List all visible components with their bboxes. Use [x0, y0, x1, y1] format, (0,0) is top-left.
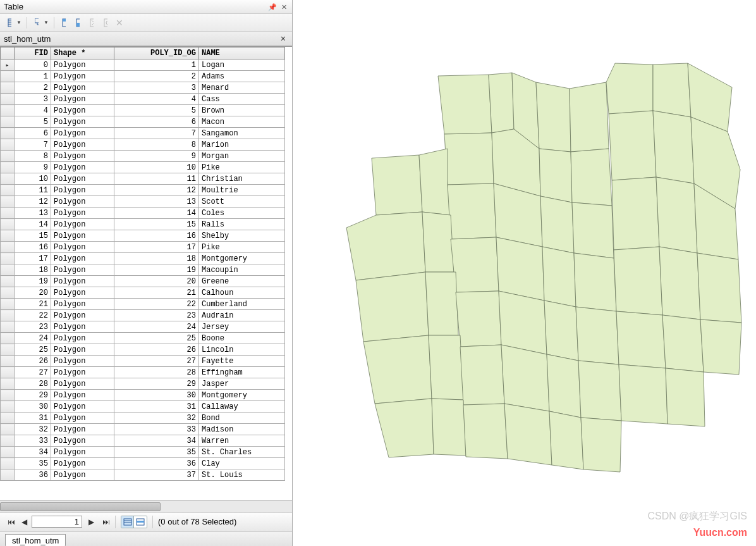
cell-poly[interactable]: 30 — [114, 390, 199, 401]
cell-name[interactable]: Effingham — [199, 367, 285, 378]
table-row[interactable]: 30Polygon31Callaway — [1, 401, 285, 413]
cell-name[interactable]: Christian — [199, 173, 285, 185]
cell-fid[interactable]: 13 — [15, 208, 51, 219]
row-selector[interactable] — [1, 321, 15, 333]
related-tables-icon[interactable] — [31, 17, 42, 28]
table-row[interactable]: 31Polygon32Bond — [1, 413, 285, 424]
cell-poly[interactable]: 24 — [114, 321, 199, 333]
cell-poly[interactable]: 19 — [114, 264, 199, 276]
cell-fid[interactable]: 24 — [15, 333, 51, 344]
cell-shape[interactable]: Polygon — [51, 185, 114, 196]
cell-poly[interactable]: 6 — [114, 116, 199, 128]
table-row[interactable]: 25Polygon26Lincoln — [1, 344, 285, 356]
table-row[interactable]: 6Polygon7Sangamon — [1, 128, 285, 139]
cell-fid[interactable]: 8 — [15, 151, 51, 162]
cell-poly[interactable]: 1 — [114, 59, 199, 71]
cell-name[interactable]: Brown — [199, 105, 285, 116]
cell-poly[interactable]: 29 — [114, 378, 199, 390]
first-record-button[interactable]: ⏮ — [4, 516, 15, 528]
cell-name[interactable]: Cumberland — [199, 299, 285, 310]
table-row[interactable]: 16Polygon17Pike — [1, 242, 285, 253]
table-row[interactable]: 29Polygon30Montgomery — [1, 390, 285, 401]
row-selector[interactable] — [1, 413, 15, 424]
cell-poly[interactable]: 5 — [114, 105, 199, 116]
cell-fid[interactable]: 4 — [15, 105, 51, 116]
cell-poly[interactable]: 27 — [114, 356, 199, 367]
cell-fid[interactable]: 29 — [15, 390, 51, 401]
cell-poly[interactable]: 22 — [114, 299, 199, 310]
cell-shape[interactable]: Polygon — [51, 230, 114, 242]
cell-poly[interactable]: 9 — [114, 151, 199, 162]
cell-name[interactable]: Montgomery — [199, 253, 285, 264]
row-selector[interactable] — [1, 390, 15, 401]
cell-shape[interactable]: Polygon — [51, 208, 114, 219]
column-header-fid[interactable]: FID — [15, 47, 51, 59]
clear-selection-icon[interactable] — [86, 17, 97, 28]
cell-poly[interactable]: 14 — [114, 208, 199, 219]
cell-poly[interactable]: 18 — [114, 253, 199, 264]
row-selector[interactable] — [1, 287, 15, 299]
row-selector[interactable] — [1, 424, 15, 435]
cell-name[interactable]: Fayette — [199, 356, 285, 367]
table-row[interactable]: 35Polygon36Clay — [1, 458, 285, 469]
column-header-shape[interactable]: Shape * — [51, 47, 114, 59]
cell-name[interactable]: Ralls — [199, 219, 285, 230]
cell-shape[interactable]: Polygon — [51, 71, 114, 82]
cell-poly[interactable]: 32 — [114, 413, 199, 424]
table-row[interactable]: 19Polygon20Greene — [1, 276, 285, 287]
map-view[interactable]: Yuucn.com CSDN @疯狂学习GIS — [293, 0, 756, 546]
show-all-records-icon[interactable] — [121, 516, 134, 528]
cell-shape[interactable]: Polygon — [51, 333, 114, 344]
cell-poly[interactable]: 2 — [114, 71, 199, 82]
cell-fid[interactable]: 17 — [15, 253, 51, 264]
table-row[interactable]: 34Polygon35St. Charles — [1, 447, 285, 458]
show-selected-records-icon[interactable] — [134, 516, 147, 528]
cell-shape[interactable]: Polygon — [51, 287, 114, 299]
table-row[interactable]: 20Polygon21Calhoun — [1, 287, 285, 299]
cell-name[interactable]: Montgomery — [199, 390, 285, 401]
row-selector[interactable] — [1, 367, 15, 378]
table-row[interactable]: 9Polygon10Pike — [1, 162, 285, 173]
cell-shape[interactable]: Polygon — [51, 139, 114, 151]
cell-shape[interactable]: Polygon — [51, 59, 114, 71]
cell-name[interactable]: Sangamon — [199, 128, 285, 139]
cell-fid[interactable]: 27 — [15, 367, 51, 378]
row-selector[interactable] — [1, 264, 15, 276]
row-selector[interactable] — [1, 276, 15, 287]
table-row[interactable]: 27Polygon28Effingham — [1, 367, 285, 378]
cell-shape[interactable]: Polygon — [51, 94, 114, 105]
cell-name[interactable]: Bond — [199, 413, 285, 424]
cell-poly[interactable]: 11 — [114, 173, 199, 185]
close-panel-icon[interactable]: ✕ — [279, 3, 288, 11]
row-selector[interactable] — [1, 139, 15, 151]
table-row[interactable]: 1Polygon2Adams — [1, 71, 285, 82]
cell-name[interactable]: Logan — [199, 59, 285, 71]
cell-shape[interactable]: Polygon — [51, 310, 114, 321]
cell-shape[interactable]: Polygon — [51, 276, 114, 287]
cell-fid[interactable]: 11 — [15, 185, 51, 196]
switch-selection-icon[interactable] — [72, 17, 83, 28]
table-row[interactable]: 5Polygon6Macon — [1, 116, 285, 128]
cell-name[interactable]: Moultrie — [199, 185, 285, 196]
last-record-button[interactable]: ⏭ — [99, 516, 110, 528]
dropdown-icon[interactable]: ▼ — [44, 20, 49, 25]
cell-shape[interactable]: Polygon — [51, 219, 114, 230]
table-row[interactable]: 15Polygon16Shelby — [1, 230, 285, 242]
cell-fid[interactable]: 14 — [15, 219, 51, 230]
cell-shape[interactable]: Polygon — [51, 173, 114, 185]
row-selector[interactable] — [1, 219, 15, 230]
cell-name[interactable]: Cass — [199, 94, 285, 105]
table-row[interactable]: 3Polygon4Cass — [1, 94, 285, 105]
cell-shape[interactable]: Polygon — [51, 390, 114, 401]
table-row[interactable]: 7Polygon8Marion — [1, 139, 285, 151]
cell-poly[interactable]: 13 — [114, 196, 199, 208]
table-row[interactable]: 17Polygon18Montgomery — [1, 253, 285, 264]
cell-name[interactable]: Shelby — [199, 230, 285, 242]
select-by-attributes-icon[interactable] — [58, 17, 70, 28]
cell-shape[interactable]: Polygon — [51, 367, 114, 378]
cell-name[interactable]: Menard — [199, 82, 285, 94]
cell-fid[interactable]: 30 — [15, 401, 51, 413]
table-options-icon[interactable] — [4, 17, 15, 28]
cell-shape[interactable]: Polygon — [51, 435, 114, 447]
cell-fid[interactable]: 28 — [15, 378, 51, 390]
